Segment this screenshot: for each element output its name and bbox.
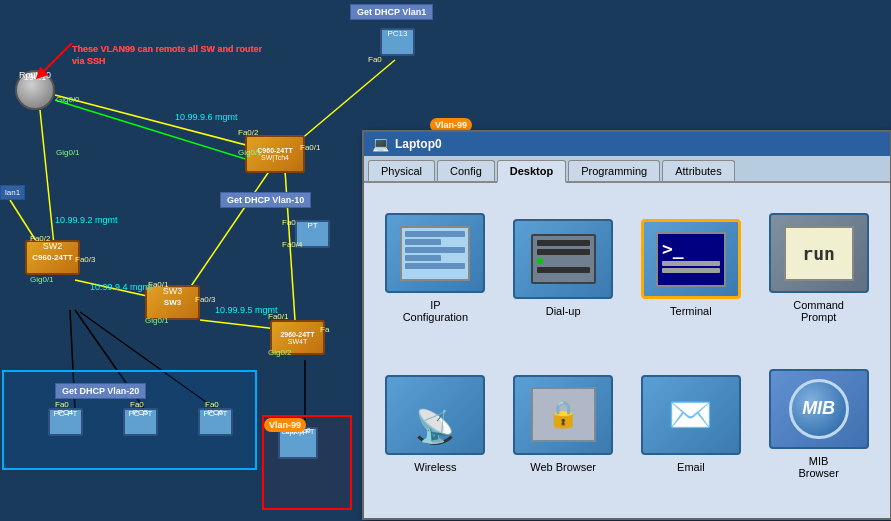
email-visual: ✉️ <box>668 394 713 436</box>
dhcp-vlan20-box: Get DHCP Vlan-20 <box>55 383 146 399</box>
terminal-visual: >_ <box>656 232 726 287</box>
command-prompt-icon-box[interactable]: run <box>769 213 869 293</box>
wireless-visual: 📡 <box>410 385 460 445</box>
web-browser-icon-box[interactable]: 🔒 <box>513 375 613 455</box>
email-icon-box[interactable]: ✉️ <box>641 375 741 455</box>
dial-up-icon-box[interactable] <box>513 219 613 299</box>
window-icon: 💻 <box>372 136 389 152</box>
wireless-icon-box[interactable]: 📡 <box>385 375 485 455</box>
vlan99-badge-laptop: Vlan-99 <box>264 418 306 432</box>
ip-config-icon-item[interactable]: IP Configuration <box>379 198 492 339</box>
command-prompt-label: Command Prompt <box>793 299 844 323</box>
ip-config-visual <box>400 226 470 281</box>
terminal-icon-box[interactable]: >_ <box>641 219 741 299</box>
tab-programming[interactable]: Programming <box>568 160 660 181</box>
command-prompt-icon-item[interactable]: run Command Prompt <box>762 198 875 339</box>
web-browser-label: Web Browser <box>530 461 596 473</box>
window-titlebar: 💻 Laptop0 <box>364 132 890 156</box>
web-browser-visual: 🔒 <box>531 387 596 442</box>
ip-config-icon-box[interactable] <box>385 213 485 293</box>
wireless-icon-item[interactable]: 📡 Wireless <box>379 354 492 495</box>
dial-up-icon-item[interactable]: Dial-up <box>507 198 620 339</box>
wireless-label: Wireless <box>414 461 456 473</box>
web-browser-icon-item[interactable]: 🔒 Web Browser <box>507 354 620 495</box>
tab-config[interactable]: Config <box>437 160 495 181</box>
lan1-box: lan1 <box>0 185 25 200</box>
dial-up-label: Dial-up <box>546 305 581 317</box>
command-prompt-visual: run <box>784 226 854 281</box>
tab-desktop[interactable]: Desktop <box>497 160 566 183</box>
mib-browser-icon-box[interactable]: MIB <box>769 369 869 449</box>
desktop-content: IP Configuration Dial-up >_ <box>364 183 890 509</box>
ip-config-label: IP Configuration <box>403 299 468 323</box>
window-tabs[interactable]: Physical Config Desktop Programming Attr… <box>364 156 890 183</box>
dial-up-visual <box>531 234 596 284</box>
email-icon-item[interactable]: ✉️ Email <box>635 354 748 495</box>
terminal-icon-item[interactable]: >_ Terminal <box>635 198 748 339</box>
window-title: Laptop0 <box>395 137 442 151</box>
dhcp-vlan1-box: Get DHCP Vlan1 <box>350 4 433 20</box>
tab-physical[interactable]: Physical <box>368 160 435 181</box>
mib-visual: MIB <box>789 379 849 439</box>
dhcp-vlan10-box: Get DHCP Vlan-10 <box>220 192 311 208</box>
terminal-label: Terminal <box>670 305 712 317</box>
mib-browser-icon-item[interactable]: MIB MIB Browser <box>762 354 875 495</box>
mib-browser-label: MIB Browser <box>798 455 838 479</box>
laptop0-window: 💻 Laptop0 Physical Config Desktop Progra… <box>362 130 891 520</box>
tab-attributes[interactable]: Attributes <box>662 160 734 181</box>
email-label: Email <box>677 461 705 473</box>
